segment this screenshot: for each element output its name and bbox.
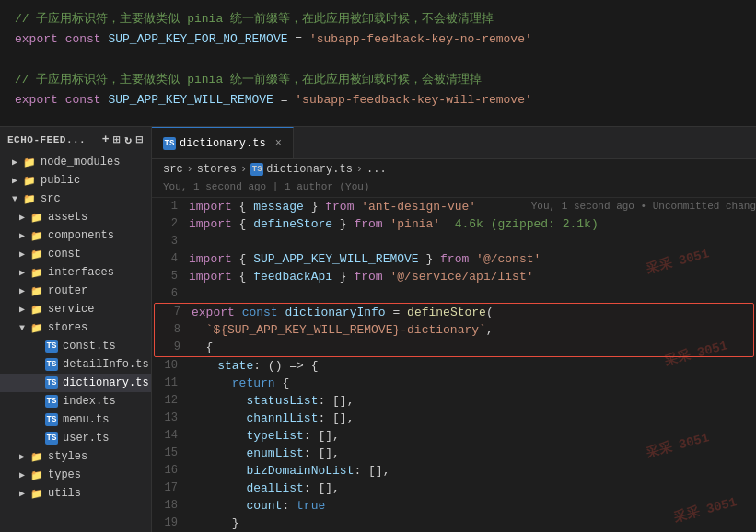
- folder-icon-interfaces: 📁: [29, 265, 44, 280]
- sidebar-item-styles[interactable]: ▶ 📁 styles: [0, 447, 151, 466]
- blame-info: You, 1 second ago | 1 author (You): [152, 179, 756, 198]
- tab-label: dictionary.ts: [180, 137, 266, 150]
- const-keyword-2: const: [65, 93, 101, 107]
- code-line-1: 1 import { message } from 'ant-design-vu…: [152, 198, 756, 215]
- folder-icon-router: 📁: [29, 283, 44, 298]
- code-content-area[interactable]: 1 import { message } from 'ant-design-vu…: [152, 198, 756, 532]
- folder-icon-src: 📁: [22, 191, 37, 206]
- sidebar-item-assets[interactable]: ▶ 📁 assets: [0, 208, 151, 226]
- code-line-15: 15 enumList: [],: [152, 445, 756, 462]
- breadcrumb-ts-icon: TS: [250, 163, 263, 176]
- sidebar-item-user-ts[interactable]: ▶ TS user.ts: [0, 429, 151, 447]
- sidebar-item-node-modules[interactable]: ▶ 📁 node_modules: [0, 153, 151, 171]
- breadcrumb-stores: stores: [197, 163, 237, 176]
- sidebar-item-interfaces[interactable]: ▶ 📁 interfaces: [0, 263, 151, 282]
- new-folder-icon[interactable]: ⊞: [113, 133, 121, 147]
- sidebar-item-public[interactable]: ▶ 📁 public: [0, 171, 151, 190]
- tab-ts-icon: TS: [163, 137, 176, 150]
- code-line-14: 14 typeList: [],: [152, 427, 756, 445]
- code-line-2: 2 import { defineStore } from 'pinia' 4.…: [152, 215, 756, 233]
- breadcrumb: src › stores › TS dictionary.ts › ...: [152, 159, 756, 179]
- code-line-19: 19 }: [152, 515, 756, 532]
- sidebar-item-types[interactable]: ▶ 📁 types: [0, 466, 151, 484]
- editor-container: ECHO-FEED... + ⊞ ↻ ⊟ ▶ 📁 node_modules ▶ …: [0, 127, 756, 532]
- refresh-icon[interactable]: ↻: [124, 133, 132, 147]
- code-line-8: 8 `${SUP_APP_KEY_WILL_REMOVE}-dictionary…: [155, 321, 753, 339]
- sidebar-item-const[interactable]: ▶ 📁 const: [0, 245, 151, 263]
- code-editor-main: TS dictionary.ts × src › stores › TS dic…: [152, 127, 756, 532]
- folder-icon-public: 📁: [22, 173, 37, 188]
- empty-line: [15, 50, 741, 70]
- sidebar-item-const-ts[interactable]: ▶ TS const.ts: [0, 337, 151, 355]
- ts-icon-const: TS: [44, 339, 59, 353]
- collapse-icon[interactable]: ⊟: [136, 133, 144, 147]
- code-line-16: 16 bizDomainNoList: [],: [152, 462, 756, 480]
- breadcrumb-src: src: [163, 163, 183, 176]
- code-line-1: export const SUP_APP_KEY_FOR_NO_REMOVE =…: [15, 29, 741, 50]
- export-keyword-2: export: [15, 93, 58, 107]
- code-line-17: 17 dealList: [],: [152, 480, 756, 497]
- code-line-3: 3: [152, 233, 756, 250]
- folder-icon-assets: 📁: [29, 210, 44, 225]
- const-keyword: const: [65, 32, 101, 46]
- folder-icon-stores: 📁: [29, 320, 44, 335]
- code-line-6: 6: [152, 285, 756, 303]
- tab-close-icon[interactable]: ×: [275, 137, 282, 150]
- code-line-18: 18 count: true: [152, 497, 756, 515]
- folder-icon-types: 📁: [29, 468, 44, 482]
- ts-icon-dictionary: TS: [44, 376, 59, 390]
- sidebar-item-components[interactable]: ▶ 📁 components: [0, 226, 151, 245]
- string-value-1: 'subapp-feedback-key-no-remove': [309, 32, 532, 46]
- folder-icon-utils: 📁: [29, 486, 44, 501]
- folder-icon-node-modules: 📁: [22, 155, 37, 169]
- sidebar-item-menu-ts[interactable]: ▶ TS menu.ts: [0, 411, 151, 429]
- code-line-7: 7 export const dictionaryInfo = defineSt…: [155, 304, 753, 321]
- breadcrumb-more: ...: [366, 163, 387, 176]
- sidebar-item-detailinfo-ts[interactable]: ▶ TS detailInfo.ts: [0, 355, 151, 374]
- sidebar-item-src[interactable]: ▼ 📁 src: [0, 190, 151, 208]
- tab-dictionary-ts[interactable]: TS dictionary.ts ×: [152, 127, 294, 159]
- folder-icon-components: 📁: [29, 228, 44, 243]
- top-code-banner: // 子应用标识符，主要做类似 pinia 统一前缀等，在此应用被卸载时候，不会…: [0, 0, 756, 127]
- breadcrumb-file: dictionary.ts: [266, 163, 353, 176]
- code-line-12: 12 statusList: [],: [152, 392, 756, 410]
- ts-icon-index: TS: [44, 394, 59, 409]
- sidebar-item-utils[interactable]: ▶ 📁 utils: [0, 484, 151, 503]
- sidebar-item-stores[interactable]: ▼ 📁 stores: [0, 318, 151, 337]
- new-file-icon[interactable]: +: [102, 133, 110, 147]
- file-explorer-sidebar: ECHO-FEED... + ⊞ ↻ ⊟ ▶ 📁 node_modules ▶ …: [0, 127, 152, 532]
- code-line-9: 9 {: [155, 339, 753, 356]
- sidebar-item-router[interactable]: ▶ 📁 router: [0, 282, 151, 300]
- sidebar-item-dictionary-ts[interactable]: ▶ TS dictionary.ts: [0, 374, 151, 392]
- code-line-2: export const SUP_APP_KEY_WILL_REMOVE = '…: [15, 90, 741, 110]
- code-line-5: 5 import { feedbackApi } from '@/service…: [152, 268, 756, 285]
- folder-icon-const: 📁: [29, 247, 44, 261]
- explorer-title: ECHO-FEED... + ⊞ ↻ ⊟: [0, 127, 151, 153]
- ts-icon-menu: TS: [44, 412, 59, 427]
- tabs-bar: TS dictionary.ts ×: [152, 127, 756, 159]
- comment-line-2: // 子应用标识符，主要做类似 pinia 统一前缀等，在此应用被卸载时候，会被…: [15, 70, 741, 90]
- sidebar-item-index-ts[interactable]: ▶ TS index.ts: [0, 392, 151, 411]
- sidebar-item-service[interactable]: ▶ 📁 service: [0, 300, 151, 318]
- code-line-13: 13 channlList: [],: [152, 410, 756, 427]
- code-line-10: 10 state: () => {: [152, 357, 756, 375]
- folder-icon-styles: 📁: [29, 449, 44, 464]
- code-line-4: 4 import { SUP_APP_KEY_WILL_REMOVE } fro…: [152, 250, 756, 268]
- comment-line-1: // 子应用标识符，主要做类似 pinia 统一前缀等，在此应用被卸载时候，不会…: [15, 9, 741, 29]
- string-value-2: 'subapp-feedback-key-will-remove': [295, 93, 531, 107]
- ts-icon-user: TS: [44, 431, 59, 445]
- code-line-11: 11 return {: [152, 375, 756, 392]
- folder-icon-service: 📁: [29, 302, 44, 317]
- export-keyword: export: [15, 32, 58, 46]
- ts-icon-detailinfo: TS: [44, 357, 59, 372]
